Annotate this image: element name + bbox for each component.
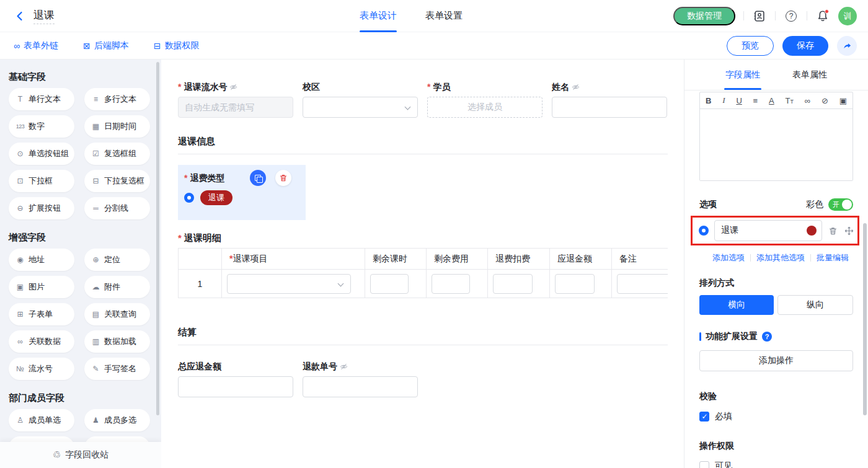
bold-icon[interactable]: B: [706, 96, 711, 105]
field-type-radio-group[interactable]: ⊙单选按钮组: [9, 143, 74, 165]
col-refund-amount[interactable]: 应退金额: [550, 249, 612, 270]
field-label-editor-content[interactable]: [700, 109, 852, 180]
field-student[interactable]: *学员 选择成员: [427, 82, 542, 118]
underline-icon[interactable]: U: [736, 96, 742, 105]
option-radio[interactable]: [699, 226, 709, 236]
eye-off-icon: [340, 363, 348, 371]
subform-icon: ⊞: [16, 310, 25, 319]
col-remaining-fee[interactable]: 剩余费用: [427, 249, 488, 270]
copy-field-button[interactable]: [250, 170, 266, 186]
refund-type-option[interactable]: 退课: [200, 190, 232, 205]
batch-edit-link[interactable]: 批量编辑: [817, 252, 849, 263]
field-refund-serial[interactable]: *退课流水号: [178, 82, 293, 118]
select-member-button[interactable]: 选择成员: [427, 97, 542, 118]
field-type-linked-query[interactable]: ▤关联查询: [84, 303, 150, 325]
remaining-hours-input[interactable]: [370, 274, 409, 294]
data-manage-button[interactable]: 数据管理: [673, 7, 735, 25]
vertical-button[interactable]: 纵向: [777, 295, 853, 315]
field-type-location[interactable]: ⊕定位: [84, 249, 150, 271]
color-toggle[interactable]: 开: [828, 198, 853, 211]
field-type-image[interactable]: ▣图片: [9, 276, 74, 298]
field-type-serial-number[interactable]: №流水号: [9, 358, 74, 380]
field-type-member-single[interactable]: ♙成员单选: [9, 409, 74, 431]
save-button[interactable]: 保存: [782, 36, 828, 56]
add-other-option-link[interactable]: 添加其他选项: [756, 252, 805, 263]
field-refund-order-no[interactable]: 退款单号: [303, 362, 418, 397]
remark-input[interactable]: [617, 274, 668, 294]
help-icon[interactable]: ?: [784, 9, 799, 24]
tab-form-settings[interactable]: 表单设置: [425, 0, 463, 32]
field-total-refund[interactable]: 总应退金额: [178, 362, 293, 397]
field-type-attachment[interactable]: ☁附件: [84, 276, 150, 298]
field-type-linked-data[interactable]: ∞关联数据: [9, 330, 74, 353]
horizontal-button[interactable]: 横向: [699, 295, 774, 315]
col-remark[interactable]: 备注: [612, 249, 668, 270]
field-type-address[interactable]: ◉地址: [9, 249, 74, 271]
visible-checkbox[interactable]: [699, 461, 709, 468]
remaining-fee-input[interactable]: [432, 274, 470, 294]
field-type-member-multi[interactable]: ♟成员多选: [84, 409, 150, 431]
unlink-icon[interactable]: ⊘: [822, 96, 828, 105]
field-type-multi-line-text[interactable]: ≡多行文本: [84, 88, 150, 110]
enhanced-fields-grid: ◉地址 ⊕定位 ▣图片 ☁附件 ⊞子表单 ▤关联查询 ∞关联数据 ▥数据加载 №…: [9, 249, 161, 380]
sidebar-scrollbar[interactable]: [156, 62, 159, 415]
total-refund-input[interactable]: [178, 376, 293, 397]
backend-script-button[interactable]: ⊠ 后端脚本: [83, 40, 129, 51]
font-size-icon[interactable]: TT: [786, 96, 794, 105]
insert-image-icon[interactable]: ▣: [839, 96, 847, 105]
share-button[interactable]: [837, 36, 857, 56]
col-remaining-hours[interactable]: 剩余课时: [365, 249, 427, 270]
extension-help-icon[interactable]: ?: [762, 332, 772, 342]
field-name[interactable]: 姓名: [552, 82, 667, 118]
arrangement-title: 排列方式: [699, 278, 853, 289]
col-deduction[interactable]: 退费扣费: [488, 249, 550, 270]
chevron-down-icon: [405, 104, 411, 110]
data-permission-button[interactable]: ⊟ 数据权限: [154, 40, 200, 51]
field-type-single-line-text[interactable]: T单行文本: [9, 88, 74, 110]
selected-field-refund-type[interactable]: *退费类型 退课: [178, 165, 306, 220]
field-type-dropdown[interactable]: ⊡下拉框: [9, 170, 74, 192]
required-checkbox[interactable]: [699, 412, 709, 422]
user-avatar[interactable]: 训: [838, 7, 857, 25]
notification-bell-icon[interactable]: [815, 9, 830, 24]
field-type-datetime[interactable]: ▦日期时间: [84, 115, 150, 138]
link-icon[interactable]: ∞: [805, 96, 810, 105]
field-type-data-load[interactable]: ▥数据加载: [84, 330, 150, 353]
address-book-icon[interactable]: [752, 9, 767, 24]
back-button[interactable]: [12, 9, 27, 24]
refund-amount-input[interactable]: [555, 274, 595, 294]
add-action-button[interactable]: 添加操作: [699, 350, 853, 371]
tab-form-design[interactable]: 表单设计: [360, 0, 397, 32]
font-color-icon[interactable]: A: [769, 96, 774, 105]
field-type-extension-button[interactable]: ⊖扩展按钮: [9, 197, 74, 219]
delete-field-button[interactable]: [275, 170, 291, 186]
radio-selected[interactable]: [184, 193, 194, 203]
name-input[interactable]: [552, 97, 667, 118]
option-value-input[interactable]: [714, 220, 822, 241]
field-recycle-bin[interactable]: ♲ 字段回收站: [0, 442, 161, 468]
preview-button[interactable]: 预览: [727, 36, 774, 56]
field-type-multi-dropdown[interactable]: ⊟下拉复选框: [84, 170, 150, 192]
col-refund-item[interactable]: *退课项目: [222, 249, 365, 270]
refund-order-no-input[interactable]: [303, 376, 418, 397]
delete-option-button[interactable]: [828, 226, 838, 236]
tab-form-properties[interactable]: 表单属性: [792, 60, 827, 90]
deduction-input[interactable]: [493, 274, 533, 294]
panel-scrollbar[interactable]: [863, 223, 867, 415]
refund-item-select[interactable]: [227, 274, 351, 294]
field-type-signature[interactable]: ✎手写签名: [84, 358, 150, 380]
external-link-button[interactable]: ∞ 表单外链: [14, 40, 58, 51]
option-color-dot[interactable]: [807, 226, 817, 236]
field-type-number[interactable]: 123数字: [9, 115, 74, 138]
campus-select[interactable]: [303, 97, 418, 118]
drag-option-handle[interactable]: [844, 226, 854, 236]
align-icon[interactable]: ≡: [753, 96, 758, 105]
field-type-subform[interactable]: ⊞子表单: [9, 303, 74, 325]
field-campus[interactable]: 校区: [303, 82, 418, 118]
add-option-link[interactable]: 添加选项: [712, 252, 745, 263]
field-type-checkbox-group[interactable]: ☑复选框组: [84, 143, 150, 165]
tab-field-properties[interactable]: 字段属性: [725, 60, 760, 90]
refund-serial-input[interactable]: [178, 97, 293, 118]
field-type-divider[interactable]: ═分割线: [84, 197, 150, 219]
italic-icon[interactable]: I: [722, 95, 725, 105]
